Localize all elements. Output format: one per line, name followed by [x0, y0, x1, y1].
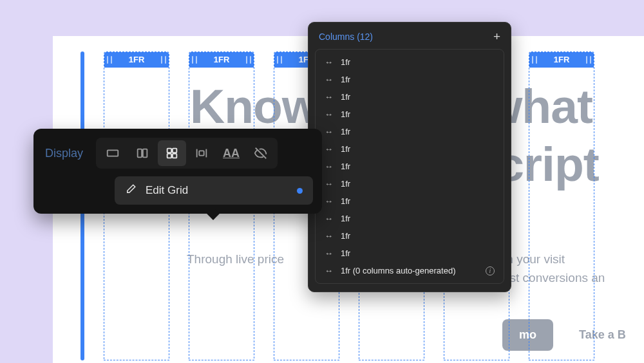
add-column-icon[interactable]: + [493, 30, 500, 42]
grid-column-label[interactable]: 1FR [104, 52, 169, 68]
layout-grid-icon[interactable] [158, 140, 186, 166]
columns-panel-title: Columns (12) [319, 32, 373, 42]
display-toolbar: Display AA Edit Grid [33, 129, 322, 214]
column-size: 1fr [341, 127, 350, 136]
layout-options: AA [96, 138, 278, 169]
layout-flex-icon[interactable] [128, 140, 156, 166]
column-size: 1fr [341, 214, 350, 223]
layout-inline-icon[interactable]: AA [217, 140, 245, 166]
column-size: 1fr [341, 57, 350, 67]
column-size: 1fr [341, 109, 350, 119]
columns-panel-header: Columns (12) + [315, 29, 504, 49]
horizontal-arrow-icon: ↔ [325, 231, 333, 241]
active-indicator-dot [297, 188, 303, 194]
pencil-icon [125, 183, 137, 198]
horizontal-arrow-icon: ↔ [325, 248, 333, 258]
column-row[interactable]: ↔1fr [317, 158, 502, 175]
column-auto-text: 1fr (0 columns auto-generated) [341, 266, 455, 275]
column-size: 1fr [341, 231, 350, 241]
columns-list: ↔1fr↔1fr↔1fr↔1fr↔1fr↔1fr↔1fr↔1fr↔1fr↔1fr… [315, 49, 504, 284]
horizontal-arrow-icon: ↔ [325, 92, 333, 102]
aa-text: AA [223, 147, 240, 160]
svg-rect-5 [167, 154, 171, 158]
horizontal-arrow-icon: ↔ [325, 127, 333, 136]
column-row[interactable]: ↔1fr [317, 123, 502, 140]
column-row[interactable]: ↔1fr [317, 88, 502, 106]
horizontal-arrow-icon: ↔ [325, 214, 333, 223]
layout-block-icon[interactable] [99, 140, 127, 166]
column-size: 1fr [341, 248, 350, 258]
layout-inline-block-icon[interactable] [187, 140, 216, 166]
column-row[interactable]: ↔1fr [317, 140, 502, 158]
column-size: 1fr [341, 196, 350, 206]
grid-column[interactable]: 1FR [529, 51, 594, 360]
toolbar-top: Display AA [43, 138, 313, 169]
svg-rect-4 [173, 149, 176, 153]
svg-rect-2 [143, 149, 147, 158]
horizontal-arrow-icon: ↔ [325, 109, 333, 119]
column-row[interactable]: ↔1fr [317, 192, 502, 210]
column-row-auto[interactable]: ↔1fr (0 columns auto-generated)i [317, 262, 502, 279]
svg-rect-6 [173, 154, 176, 158]
column-row[interactable]: ↔1fr [317, 245, 502, 262]
column-row[interactable]: ↔1fr [317, 106, 502, 123]
edit-grid-button[interactable]: Edit Grid [115, 176, 313, 205]
horizontal-arrow-icon: ↔ [325, 162, 333, 171]
grid-column-label[interactable]: 1FR [189, 52, 254, 68]
svg-rect-1 [138, 149, 142, 158]
columns-panel: Columns (12) + ↔1fr↔1fr↔1fr↔1fr↔1fr↔1fr↔… [308, 22, 511, 292]
column-row[interactable]: ↔1fr [317, 210, 502, 227]
column-row[interactable]: ↔1fr [317, 53, 502, 71]
horizontal-arrow-icon: ↔ [325, 75, 333, 84]
column-row[interactable]: ↔1fr [317, 71, 502, 88]
svg-rect-0 [108, 150, 118, 156]
column-row[interactable]: ↔1fr [317, 227, 502, 245]
horizontal-arrow-icon: ↔ [325, 57, 333, 67]
column-size: 1fr [341, 144, 350, 154]
grid-column-label[interactable]: 1FR [529, 52, 594, 68]
column-size: 1fr [341, 162, 350, 171]
column-size: 1fr [341, 179, 350, 189]
info-icon[interactable]: i [486, 266, 495, 275]
layout-none-icon[interactable] [247, 140, 275, 166]
horizontal-arrow-icon: ↔ [325, 144, 333, 154]
column-size: 1fr [341, 92, 350, 102]
column-row[interactable]: ↔1fr [317, 175, 502, 192]
horizontal-arrow-icon: ↔ [325, 266, 333, 275]
horizontal-arrow-icon: ↔ [325, 196, 333, 206]
column-size: 1fr [341, 75, 350, 84]
toolbar-label: Display [43, 147, 83, 160]
svg-rect-3 [167, 149, 171, 153]
horizontal-arrow-icon: ↔ [325, 179, 333, 189]
edit-grid-label: Edit Grid [146, 184, 188, 197]
svg-rect-9 [199, 151, 204, 155]
